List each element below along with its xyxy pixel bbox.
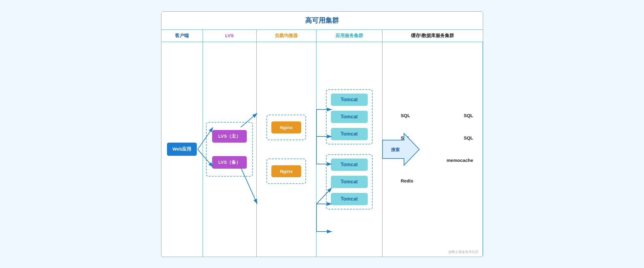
tomcat-box-4: Tomcat [331,159,368,171]
web-app-box: Web应用 [167,143,197,156]
tomcat-box-2: Tomcat [331,111,368,123]
header-app: 应用服务集群 [316,30,382,42]
tomcat-box-1: Tomcat [331,94,368,106]
lvs-dashed-box: LVS（主） LVS（备） [206,122,253,177]
header-client: 客户端 [161,30,203,42]
diagram-header: 客户端 LVS 负载均衡器 应用服务集群 缓存\数据库服务集群 [161,30,483,42]
lb-dashed-box-top: Nginx [266,115,306,140]
cache-column: SQL SQL SQL SQL memocache Redis @稀土掘金技术社… [382,42,483,257]
cache-redis: Redis [401,178,437,183]
diagram-title: 高可用集群 [161,12,483,30]
app-dashed-box-bottom: Tomcat Tomcat Tomcat [326,154,373,209]
cache-memocache: memocache [437,158,473,163]
app-dashed-box-top: Tomcat Tomcat Tomcat [326,89,373,144]
lvs-primary-box: LVS（主） [212,130,247,143]
header-lvs: LVS [203,30,257,42]
diagram-body: Web应用 LVS（主） LVS（备） Nginx Nginx Tomcat T… [161,42,483,257]
lb-dashed-box-bottom: Nginx [266,159,306,184]
cache-sql-4: SQL [437,135,473,140]
app-column: Tomcat Tomcat Tomcat Tomcat Tomcat Tomca… [316,42,382,257]
header-lb: 负载均衡器 [257,30,316,42]
tomcat-box-6: Tomcat [331,193,368,205]
cache-sql-2: SQL [437,113,473,118]
nginx-box-top: Nginx [271,121,301,133]
lvs-backup-box: LVS（备） [212,156,247,169]
cache-sql-5 [401,158,437,163]
cache-sql-3: SQL [401,135,437,140]
tomcat-box-5: Tomcat [331,176,368,188]
header-cache: 缓存\数据库服务集群 [382,30,483,42]
diagram-wrapper: 高可用集群 客户端 LVS 负载均衡器 应用服务集群 缓存\数据库服务集群 We… [161,11,483,257]
client-column: Web应用 [161,42,203,257]
lb-column: Nginx Nginx [257,42,316,257]
lvs-column: LVS（主） LVS（备） [203,42,257,257]
cache-sql-1: SQL [401,113,437,118]
nginx-box-bottom: Nginx [271,165,301,177]
watermark: @稀土掘金技术社区 [448,250,479,254]
tomcat-box-3: Tomcat [331,128,368,140]
